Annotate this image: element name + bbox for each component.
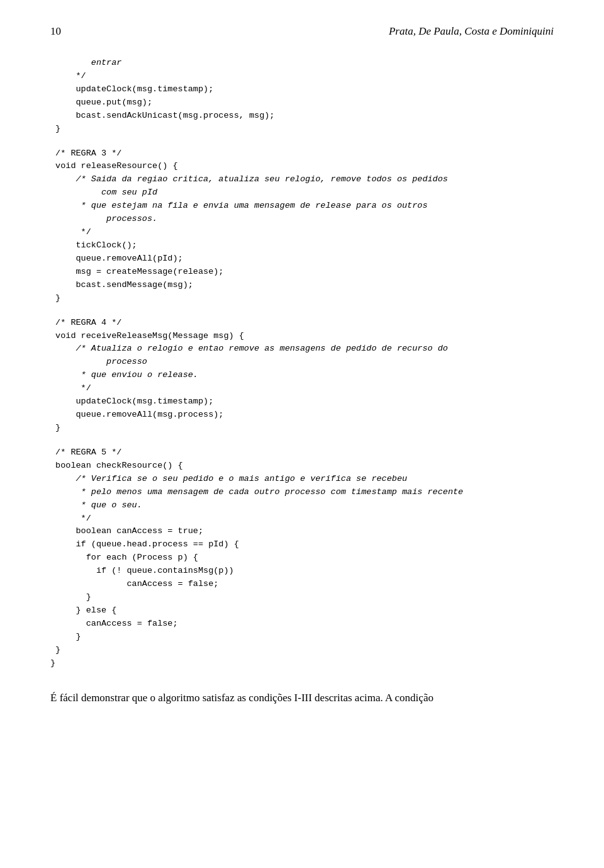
code-line: } <box>50 657 554 670</box>
code-line: } <box>50 123 554 136</box>
code-line: void releaseResource() { <box>50 160 554 173</box>
code-line: for each (Process p) { <box>50 551 554 565</box>
code-line: } <box>50 292 554 305</box>
code-line: } else { <box>50 604 554 617</box>
code-line: canAccess = false; <box>50 617 554 631</box>
code-line: processo <box>50 356 554 369</box>
regra3-block: /* REGRA 3 */ void releaseResource() { /… <box>50 147 554 305</box>
code-line: */ <box>50 226 554 239</box>
page-container: 10 Prata, De Paula, Costa e Dominiquini … <box>0 0 604 868</box>
page-header: 10 Prata, De Paula, Costa e Dominiquini <box>50 25 554 38</box>
code-line: * que o seu. <box>50 499 554 512</box>
code-line: } <box>50 591 554 604</box>
code-line: void receiveReleaseMsg(Message msg) { <box>50 330 554 343</box>
bottom-text: É fácil demonstrar que o algoritmo satis… <box>50 689 554 706</box>
code-line: msg = createMessage(release); <box>50 266 554 279</box>
intro-end-block: entrar */ updateClock(msg.timestamp); qu… <box>50 57 554 136</box>
code-line: bcast.sendAckUnicast(msg.process, msg); <box>50 110 554 123</box>
code-line: if (! queue.containsMsg(p)) <box>50 565 554 578</box>
code-line: canAccess = false; <box>50 578 554 591</box>
bottom-paragraph: É fácil demonstrar que o algoritmo satis… <box>50 692 433 704</box>
code-line: */ <box>50 70 554 83</box>
code-line: /* Saida da regiao critica, atualiza seu… <box>50 173 554 186</box>
code-area: entrar */ updateClock(msg.timestamp); qu… <box>50 57 554 670</box>
page-number: 10 <box>50 25 61 38</box>
code-line: queue.removeAll(msg.process); <box>50 409 554 422</box>
code-line: entrar <box>50 57 554 70</box>
code-line: * que estejam na fila e envia uma mensag… <box>50 200 554 213</box>
code-line: } <box>50 631 554 644</box>
regra5-block: /* REGRA 5 */ boolean checkResource() { … <box>50 446 554 670</box>
code-line: /* REGRA 3 */ <box>50 147 554 161</box>
code-line: if (queue.head.process == pId) { <box>50 538 554 551</box>
code-line: /* REGRA 4 */ <box>50 317 554 330</box>
code-line: com seu pId <box>50 186 554 200</box>
code-line: boolean canAccess = true; <box>50 525 554 538</box>
code-line: /* Atualiza o relogio e entao remove as … <box>50 342 554 356</box>
code-line: queue.removeAll(pId); <box>50 252 554 266</box>
code-line: boolean checkResource() { <box>50 459 554 473</box>
code-line: /* Verifica se o seu pedido e o mais ant… <box>50 473 554 486</box>
code-line: tickClock(); <box>50 239 554 252</box>
code-line: */ <box>50 382 554 395</box>
code-line: updateClock(msg.timestamp); <box>50 395 554 409</box>
regra4-block: /* REGRA 4 */ void receiveReleaseMsg(Mes… <box>50 317 554 435</box>
code-line: } <box>50 422 554 435</box>
code-line: bcast.sendMessage(msg); <box>50 279 554 292</box>
code-line: */ <box>50 512 554 526</box>
code-line: } <box>50 644 554 657</box>
code-line: queue.put(msg); <box>50 96 554 110</box>
code-line: /* REGRA 5 */ <box>50 446 554 459</box>
page-authors: Prata, De Paula, Costa e Dominiquini <box>389 25 554 38</box>
code-line: * pelo menos uma mensagem de cada outro … <box>50 486 554 499</box>
code-line: updateClock(msg.timestamp); <box>50 83 554 96</box>
code-line: * que enviou o release. <box>50 369 554 382</box>
code-line: processos. <box>50 213 554 226</box>
